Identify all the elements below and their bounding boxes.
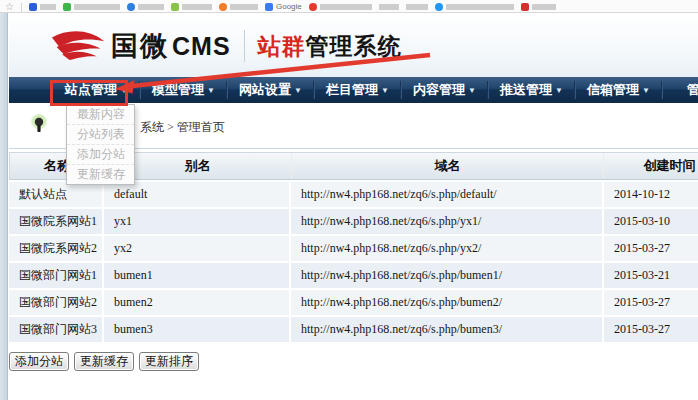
nav-item-model-mgmt[interactable]: 模型管理▼ [140,77,227,103]
nav-label: 管理 [687,81,698,99]
favicon [521,3,529,11]
nav-item-content-mgmt[interactable]: 内容管理▼ [401,77,488,103]
site-alias: bumen2 [104,290,291,315]
breadcrumb: 系统 > 管理首页 [140,119,225,136]
bookmark-item[interactable] [171,1,212,12]
nav-item-site-mgmt[interactable]: 站点管理▼ [53,77,140,103]
chevron-down-icon: ▼ [120,86,128,95]
site-created: 2015-03-27 [604,290,698,315]
nav-item-push-mgmt[interactable]: 推送管理▼ [488,77,575,103]
bookmark-label [182,4,212,10]
bookmark-label [74,4,120,10]
bookmark-label [40,4,56,10]
chevron-down-icon: ▼ [642,86,650,95]
bookmark-item[interactable] [29,1,56,12]
nav-item-mailbox-mgmt[interactable]: 信箱管理▼ [575,77,662,103]
nav-label: 内容管理 [413,81,465,99]
bookmark-label [406,4,428,10]
table-row[interactable]: 国微院系网站1 yx1 http://nw4.php168.net/zq6/s.… [9,209,698,234]
bookmark-item[interactable] [309,1,372,12]
favicon [29,3,37,11]
nav-label: 模型管理 [152,81,204,99]
site-mgmt-dropdown-menu: 最新内容 分站列表 添加分站 更新缓存 [66,104,135,185]
favicon [171,3,179,11]
chevron-down-icon: ▼ [381,86,389,95]
bookmark-label [379,4,399,10]
logo-text-cn: 国微 [111,28,169,64]
site-domain[interactable]: http://nw4.php168.net/zq6/s.php/bumen3/ [291,317,604,342]
bookmark-item[interactable] [435,1,514,12]
browser-bookmarks-bar: ☆ Google [0,0,698,13]
favicon [309,3,317,11]
bookmark-label [446,4,514,10]
divider [21,3,22,12]
bookmark-item[interactable] [127,1,164,12]
site-alias: default [104,182,291,207]
bookmark-item-google[interactable]: Google [265,1,302,12]
site-name: 国微院系网站2 [9,236,104,261]
bookmark-item[interactable] [406,1,428,12]
chevron-down-icon: ▼ [468,86,476,95]
site-name: 国微院系网站1 [9,209,104,234]
swoosh-logo-icon [51,27,107,65]
nav-label: 信箱管理 [587,81,639,99]
table-row[interactable]: 国微部门网站3 bumen3 http://nw4.php168.net/zq6… [9,317,698,342]
bookmark-label [532,4,556,10]
site-created: 2015-03-10 [604,209,698,234]
refresh-order-button[interactable]: 更新排序 [139,352,199,371]
table-row[interactable]: 默认站点 default http://nw4.php168.net/zq6/s… [9,182,698,207]
site-name: 默认站点 [9,182,104,207]
nav-item-site-settings[interactable]: 网站设置▼ [227,77,314,103]
site-name: 国微部门网站1 [9,263,104,288]
chevron-down-icon: ▼ [294,86,302,95]
footer-actions: 添加分站 更新缓存 更新排序 [9,352,199,371]
site-domain[interactable]: http://nw4.php168.net/zq6/s.php/yx2/ [291,236,604,261]
site-domain[interactable]: http://nw4.php168.net/zq6/s.php/bumen1/ [291,263,604,288]
chevron-down-icon: ▼ [555,86,563,95]
google-favicon [265,3,273,11]
bookmark-item[interactable] [219,1,258,12]
nav-label: 推送管理 [500,81,552,99]
nav-label: 栏目管理 [326,81,378,99]
menu-item-refresh-cache[interactable]: 更新缓存 [67,165,134,184]
bookmark-item[interactable] [521,1,556,12]
favorites-star-icon[interactable]: ☆ [5,2,14,12]
table-row[interactable]: 国微部门网站1 bumen1 http://nw4.php168.net/zq6… [9,263,698,288]
favicon [219,3,227,11]
menu-item-add-subsite[interactable]: 添加分站 [67,145,134,165]
favicon [63,3,71,11]
site-domain[interactable]: http://nw4.php168.net/zq6/s.php/yx1/ [291,209,604,234]
bookmark-item[interactable] [379,1,399,12]
site-name: 国微部门网站3 [9,317,104,342]
nav-label: 网站设置 [239,81,291,99]
col-header-created: 创建时间 [604,153,698,179]
nav-label: 站点管理 [65,81,117,99]
site-domain[interactable]: http://nw4.php168.net/zq6/s.php/default/ [291,182,604,207]
logo-text-en: CMS [172,32,231,61]
bookmark-label [138,4,164,10]
logo-divider [244,30,245,62]
favicon [127,3,135,11]
bookmark-item[interactable] [63,1,120,12]
site-created: 2015-03-27 [604,236,698,261]
product-title: 站群管理系统 [258,31,402,62]
site-alias: bumen1 [104,263,291,288]
site-name: 国微部门网站2 [9,290,104,315]
bulb-icon [29,114,49,138]
main-nav: 站点管理▼ 模型管理▼ 网站设置▼ 栏目管理▼ 内容管理▼ 推送管理▼ 信箱管理… [9,77,698,103]
refresh-cache-button[interactable]: 更新缓存 [74,352,134,371]
menu-item-subsite-list[interactable]: 分站列表 [67,125,134,145]
brand-logo: 国微 CMS 站群管理系统 [51,24,402,68]
site-domain[interactable]: http://nw4.php168.net/zq6/s.php/bumen2/ [291,290,604,315]
site-created: 2014-10-12 [604,182,698,207]
window-left-edge [0,13,8,400]
bookmark-label: Google [276,2,302,12]
menu-item-latest-content[interactable]: 最新内容 [67,105,134,125]
add-subsite-button[interactable]: 添加分站 [9,352,69,371]
table-row[interactable]: 国微部门网站2 bumen2 http://nw4.php168.net/zq6… [9,290,698,315]
table-row[interactable]: 国微院系网站2 yx2 http://nw4.php168.net/zq6/s.… [9,236,698,261]
site-header: 国微 CMS 站群管理系统 [9,14,698,77]
nav-item-column-mgmt[interactable]: 栏目管理▼ [314,77,401,103]
chevron-down-icon: ▼ [207,86,215,95]
nav-item-admin-clipped[interactable]: 管理▼ [662,77,698,103]
